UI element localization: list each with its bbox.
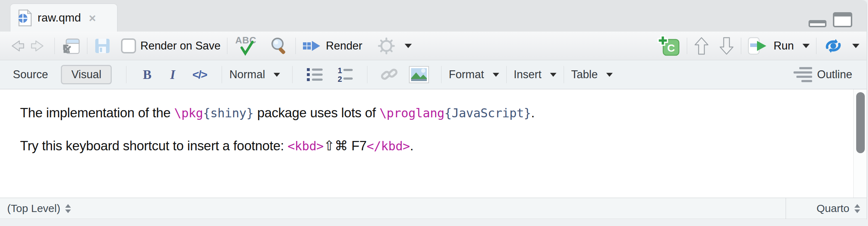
run-icon [748,36,769,56]
paragraph[interactable]: Try this keyboard shortcut to insert a f… [20,137,867,155]
latex-argument: {JavaScript} [444,106,531,120]
text-run: package uses lots of [254,105,379,120]
text-run: . [410,138,414,153]
render-icon [302,38,322,54]
outline-toggle[interactable]: Outline [794,67,852,82]
tab-raw-qmd[interactable]: raw.qmd × [10,4,117,32]
insert-chunk-icon[interactable]: C [657,35,680,57]
latex-argument: {shiny} [203,106,254,120]
chevron-down-icon [493,73,499,77]
source-mode-button[interactable]: Source [13,68,48,81]
status-bar: (Top Level) Quarto [0,198,867,219]
tab-bar: raw.qmd × [0,0,867,32]
visual-mode-button[interactable]: Visual [61,65,112,84]
outline-icon [794,67,812,82]
sync-icon [823,37,844,55]
spellcheck-icon[interactable]: ABC [234,36,261,56]
image-icon[interactable] [409,66,429,83]
latex-command: \proglang [379,106,444,120]
svg-text:2: 2 [338,75,342,83]
chunk-up-icon[interactable] [694,36,709,56]
scrollbar-thumb[interactable] [856,92,865,153]
text-run: The implementation of the [20,105,174,120]
latex-command: \pkg [174,106,203,120]
back-icon[interactable] [7,38,25,54]
run-label: Run [773,39,794,52]
chevron-down-icon [802,44,810,48]
numbered-list-icon[interactable]: 1 2 [336,66,354,83]
keyboard-shortcut: ⇧⌘ F7 [324,138,367,153]
inline-code-button[interactable]: </> [192,68,207,81]
main-toolbar: Render on Save ABC [0,32,867,60]
scope-value: (Top Level) [7,202,60,215]
chevron-down-icon [405,44,412,48]
render-on-save-checkbox[interactable] [121,38,136,53]
insert-menu[interactable]: Insert [514,68,557,81]
popout-window-icon[interactable] [61,36,81,56]
minimize-icon[interactable] [809,20,826,27]
scope-selector[interactable]: (Top Level) [0,202,786,215]
paragraph[interactable]: The implementation of the \pkg{shiny} pa… [20,104,867,122]
chevron-down-icon [606,73,613,77]
save-icon[interactable] [94,37,111,55]
bold-button[interactable]: B [143,67,151,82]
render-label: Render [326,39,362,52]
bullet-list-icon[interactable] [305,67,324,83]
chevron-down-icon [550,73,556,77]
format-value: Quarto [816,202,849,215]
format-toolbar: Source Visual B I </> Normal 1 2 [0,60,867,89]
render-options-button[interactable] [377,36,412,56]
svg-text:C: C [667,42,675,54]
paragraph-style-value: Normal [229,68,265,81]
run-button[interactable]: Run [748,36,810,56]
outline-label: Outline [817,68,852,81]
html-tag: <kbd> [288,139,324,153]
text-run: Try this keyboard shortcut to insert a f… [20,138,288,153]
editor-content[interactable]: The implementation of the \pkg{shiny} pa… [0,89,867,198]
quarto-file-icon [18,9,32,27]
text-run: . [531,105,535,120]
maximize-icon[interactable] [833,12,852,27]
chunk-down-icon[interactable] [719,36,734,56]
gear-icon [377,36,396,56]
source-editor-pane: raw.qmd × [0,0,867,220]
render-on-save-label[interactable]: Render on Save [140,39,221,52]
format-selector[interactable]: Quarto [786,198,867,219]
document-body[interactable]: The implementation of the \pkg{shiny} pa… [0,89,867,155]
forward-icon[interactable] [30,38,48,54]
updown-icon [65,204,71,213]
table-menu[interactable]: Table [571,68,613,81]
chevron-down-icon [274,73,280,77]
paragraph-style-dropdown[interactable]: Normal [229,68,280,81]
source-sync-button[interactable] [823,37,859,55]
svg-text:1: 1 [338,66,342,75]
format-menu[interactable]: Format [449,68,499,81]
search-icon[interactable] [269,36,289,56]
tab-title: raw.qmd [38,11,81,24]
html-tag: </kbd> [367,139,410,153]
link-icon[interactable] [380,66,399,84]
updown-icon [854,204,860,213]
close-icon[interactable]: × [89,12,96,24]
italic-button[interactable]: I [170,67,175,82]
render-button[interactable]: Render [302,38,362,54]
scrollbar-track[interactable] [853,89,867,198]
chevron-down-icon [852,44,859,48]
